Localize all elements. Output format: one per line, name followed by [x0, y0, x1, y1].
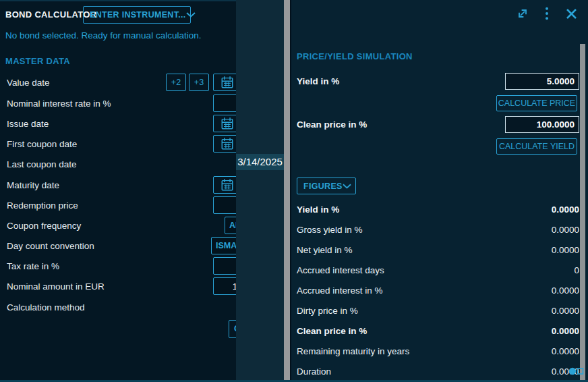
calendar-icon	[220, 117, 234, 130]
date-value-chip: 3/14/2025	[236, 154, 284, 170]
calculate-yield-button[interactable]: CALCULATE YIELD	[496, 138, 577, 155]
field-label: Day count convention	[7, 237, 94, 255]
clean-price-input[interactable]	[505, 116, 579, 133]
status-message: No bond selected. Ready for manual calcu…	[5, 30, 201, 40]
calendar-icon	[220, 137, 234, 151]
figure-value: 0.0000	[552, 346, 579, 356]
figures-dropdown[interactable]: FIGURES	[297, 178, 356, 194]
chevron-down-icon	[186, 12, 196, 18]
close-button[interactable]	[564, 6, 579, 21]
field-label: Coupon frequency	[7, 217, 81, 235]
figure-label: Duration	[297, 366, 331, 377]
instrument-dropdown-label: ENTER INSTRUMENT...	[90, 10, 186, 20]
figure-label: Dirty price in %	[297, 306, 358, 316]
clean-price-label: Clean price in %	[297, 116, 367, 133]
figure-label: Remaining maturity in years	[297, 346, 409, 356]
panel-gap-overlay: 3/14/2025	[236, 0, 284, 382]
field-label: Value date	[7, 74, 50, 92]
figure-value: 0.0000	[552, 245, 579, 255]
figure-value: 0.0000	[552, 285, 579, 296]
field-label: Tax rate in %	[7, 257, 59, 275]
master-data-header: MASTER DATA	[5, 56, 70, 66]
figure-value: 0.0000	[552, 204, 579, 215]
field-label: First coupon date	[7, 135, 77, 153]
bond-calculator-app: BOND CALCULATOR ENTER INSTRUMENT... No b…	[0, 0, 588, 382]
figures-scrollbar[interactable]	[580, 44, 585, 380]
field-label: Calculation method	[7, 298, 85, 317]
figure-label: Accrued interest days	[297, 265, 384, 275]
figure-row-net-yield: Net yield in % 0.0000	[297, 240, 579, 260]
drag-cursor-icon	[568, 366, 585, 377]
figure-row-yield: Yield in % 0.0000	[297, 199, 579, 219]
close-icon	[566, 8, 577, 20]
expand-icon	[516, 7, 529, 20]
instrument-dropdown[interactable]: ENTER INSTRUMENT...	[83, 6, 191, 24]
yield-label: Yield in %	[297, 73, 339, 90]
field-label: Last coupon date	[7, 155, 77, 173]
figure-row-duration: Duration 0.0000	[297, 361, 579, 381]
field-label: Redemption price	[7, 196, 78, 215]
panel-window-controls	[515, 6, 579, 21]
figure-label: Net yield in %	[297, 245, 353, 255]
menu-button[interactable]	[539, 6, 554, 21]
figure-row-accrued-days: Accrued interest days 0	[297, 260, 579, 280]
figure-label: Yield in %	[297, 204, 339, 215]
figure-row-gross-yield: Gross yield in % 0.0000	[297, 219, 579, 240]
figure-value: 0	[574, 265, 579, 275]
yield-input[interactable]	[505, 73, 579, 90]
calculate-price-button[interactable]: CALCULATE PRICE	[496, 95, 577, 111]
expand-button[interactable]	[515, 6, 530, 21]
calendar-icon	[220, 76, 234, 89]
figure-label: Accrued interest in %	[297, 285, 383, 296]
kebab-menu-icon	[545, 7, 549, 20]
figure-label: Gross yield in %	[297, 225, 363, 235]
figure-row-dirty-price: Dirty price in % 0.0000	[297, 300, 579, 321]
simulation-header: PRICE/YIELD SIMULATION	[297, 51, 413, 61]
figure-value: 0.0000	[552, 306, 579, 316]
value-date-plus3-button[interactable]: +3	[189, 74, 209, 91]
calendar-icon	[220, 178, 234, 192]
field-label: Maturity date	[7, 176, 59, 194]
price-yield-panel: PRICE/YIELD SIMULATION Yield in % CALCUL…	[290, 0, 588, 382]
value-date-plus2-button[interactable]: +2	[166, 74, 186, 91]
field-label: Issue date	[7, 115, 49, 133]
figure-value: 0.0000	[552, 326, 579, 336]
figure-value: 0.0000	[552, 225, 579, 235]
chevron-down-icon	[343, 184, 351, 189]
figures-dropdown-label: FIGURES	[303, 182, 343, 191]
figure-label: Clean price in %	[297, 326, 367, 336]
figure-row-clean-price: Clean price in % 0.0000	[297, 321, 579, 341]
field-label: Nominal amount in EUR	[7, 277, 105, 296]
figure-row-remaining-maturity: Remaining maturity in years 0.0000	[297, 341, 579, 361]
field-label: Nominal interest rate in %	[7, 94, 111, 113]
left-panel-scrollbar[interactable]	[284, 0, 290, 380]
figure-row-accrued-interest: Accrued interest in % 0.0000	[297, 280, 579, 300]
